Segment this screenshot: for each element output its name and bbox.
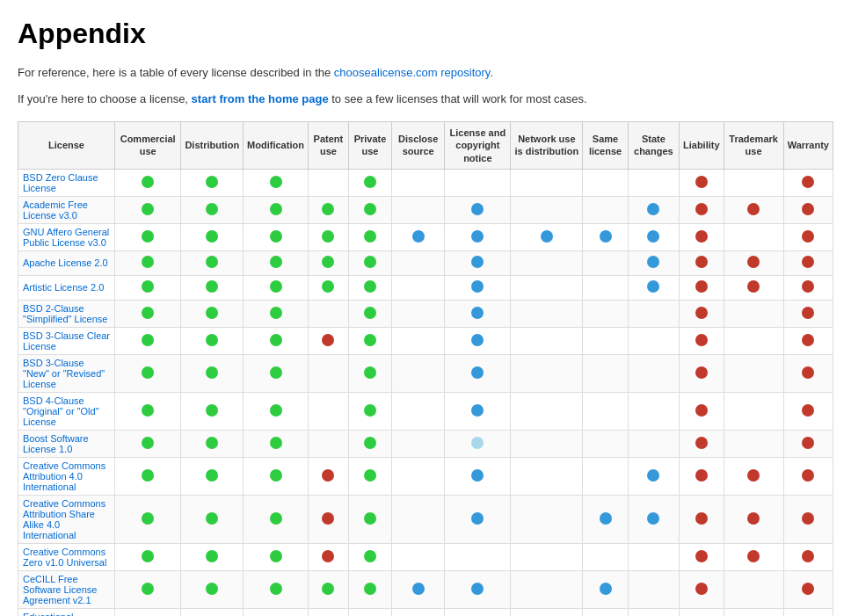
license-name-cell[interactable]: GNU Affero General Public License v3.0 xyxy=(18,223,115,250)
cell-network xyxy=(511,169,583,196)
cell-distribution xyxy=(181,250,244,275)
cell-samelicense xyxy=(583,543,628,570)
cell-liability xyxy=(680,457,724,495)
home-page-link[interactable]: start from the home page xyxy=(192,92,329,105)
choosealicense-link[interactable]: choosealicense.com repository xyxy=(334,66,491,79)
cell-dot xyxy=(142,230,154,243)
cell-liability xyxy=(680,495,724,543)
cell-disclose xyxy=(392,250,445,275)
cell-trademark xyxy=(724,169,783,196)
col-patent: Patent use xyxy=(308,122,348,170)
cell-dot xyxy=(364,550,376,562)
cell-warranty xyxy=(783,250,833,275)
license-name-cell[interactable]: Creative Commons Zero v1.0 Universal xyxy=(18,543,115,570)
cell-modification xyxy=(244,608,309,616)
license-name-cell[interactable]: BSD Zero Clause License xyxy=(18,169,115,196)
cell-warranty xyxy=(783,495,833,543)
cell-dot xyxy=(695,550,708,562)
cell-modification xyxy=(244,495,309,543)
cell-warranty xyxy=(783,300,833,327)
cell-private xyxy=(348,430,391,457)
cell-dot xyxy=(364,307,376,319)
cell-modification xyxy=(244,300,309,327)
cell-liability xyxy=(680,250,724,275)
cell-warranty xyxy=(783,196,833,223)
license-name-cell[interactable]: Creative Commons Attribution 4.0 Interna… xyxy=(18,457,115,495)
cell-lcnotice xyxy=(445,327,511,354)
cell-patent xyxy=(308,250,348,275)
table-row: BSD 2-Clause "Simplified" License xyxy=(18,300,833,327)
cell-liability xyxy=(680,608,724,616)
cell-liability xyxy=(680,570,724,608)
license-name-cell[interactable]: CeCILL Free Software License Agreement v… xyxy=(18,570,115,608)
cell-private xyxy=(348,196,391,223)
cell-warranty xyxy=(783,543,833,570)
cell-liability xyxy=(680,169,724,196)
cell-distribution xyxy=(181,608,244,616)
cell-lcnotice xyxy=(445,570,511,608)
cell-dot xyxy=(322,203,334,215)
cell-liability xyxy=(680,223,724,250)
cell-lcnotice xyxy=(445,223,511,250)
cell-dot xyxy=(600,512,612,525)
cell-dot xyxy=(471,307,484,319)
col-trademark: Trademark use xyxy=(724,122,783,170)
cell-dot xyxy=(142,307,154,319)
cell-modification xyxy=(244,392,309,430)
cell-distribution xyxy=(181,275,244,300)
table-row: Apache License 2.0 xyxy=(18,250,833,275)
cell-dot xyxy=(802,437,814,449)
license-name-cell[interactable]: Boost Software License 1.0 xyxy=(18,430,115,457)
license-name-cell[interactable]: Apache License 2.0 xyxy=(18,250,115,275)
license-name-cell[interactable]: Academic Free License v3.0 xyxy=(18,196,115,223)
cell-statechanges xyxy=(628,570,679,608)
cell-dot xyxy=(206,366,218,379)
cell-private xyxy=(348,392,391,430)
cell-dot xyxy=(270,583,282,595)
cell-distribution xyxy=(181,196,244,223)
cell-dot xyxy=(747,203,760,215)
table-row: Artistic License 2.0 xyxy=(18,275,833,300)
cell-network xyxy=(511,430,583,457)
cell-dot xyxy=(270,256,282,268)
table-row: Boost Software License 1.0 xyxy=(18,430,833,457)
cell-samelicense xyxy=(583,250,628,275)
cell-distribution xyxy=(181,495,244,543)
cell-commercial xyxy=(115,354,181,392)
cell-warranty xyxy=(783,223,833,250)
license-name-cell[interactable]: BSD 3-Clause Clear License xyxy=(18,327,115,354)
license-name-cell[interactable]: Creative Commons Attribution Share Alike… xyxy=(18,495,115,543)
license-name-cell[interactable]: BSD 4-Clause "Original" or "Old" License xyxy=(18,392,115,430)
cell-trademark xyxy=(724,570,783,608)
cell-commercial xyxy=(115,430,181,457)
cell-patent xyxy=(308,392,348,430)
cell-dot xyxy=(206,512,218,525)
cell-network xyxy=(511,275,583,300)
cell-dot xyxy=(695,176,708,188)
license-name-cell[interactable]: BSD 2-Clause "Simplified" License xyxy=(18,300,115,327)
cell-modification xyxy=(244,354,309,392)
cell-trademark xyxy=(724,457,783,495)
cell-dot xyxy=(364,512,376,525)
license-name-cell[interactable]: Educational Community License v2.0 xyxy=(18,608,115,616)
cell-samelicense xyxy=(583,223,628,250)
cell-dot xyxy=(322,334,334,346)
cell-dot xyxy=(322,230,334,243)
license-name-cell[interactable]: BSD 3-Clause "New" or "Revised" License xyxy=(18,354,115,392)
cell-disclose xyxy=(392,275,445,300)
table-body: BSD Zero Clause LicenseAcademic Free Lic… xyxy=(18,169,833,616)
cell-liability xyxy=(680,354,724,392)
cell-dot xyxy=(647,469,659,482)
cell-dot xyxy=(471,366,484,379)
cell-dot xyxy=(471,280,484,293)
cell-private xyxy=(348,223,391,250)
col-samelicense: Same license xyxy=(583,122,628,170)
cell-trademark xyxy=(724,354,783,392)
license-name-cell[interactable]: Artistic License 2.0 xyxy=(18,275,115,300)
cell-distribution xyxy=(181,223,244,250)
col-statechanges: State changes xyxy=(628,122,679,170)
cell-lcnotice xyxy=(445,608,511,616)
cell-distribution xyxy=(181,570,244,608)
cell-distribution xyxy=(181,543,244,570)
cell-samelicense xyxy=(583,327,628,354)
